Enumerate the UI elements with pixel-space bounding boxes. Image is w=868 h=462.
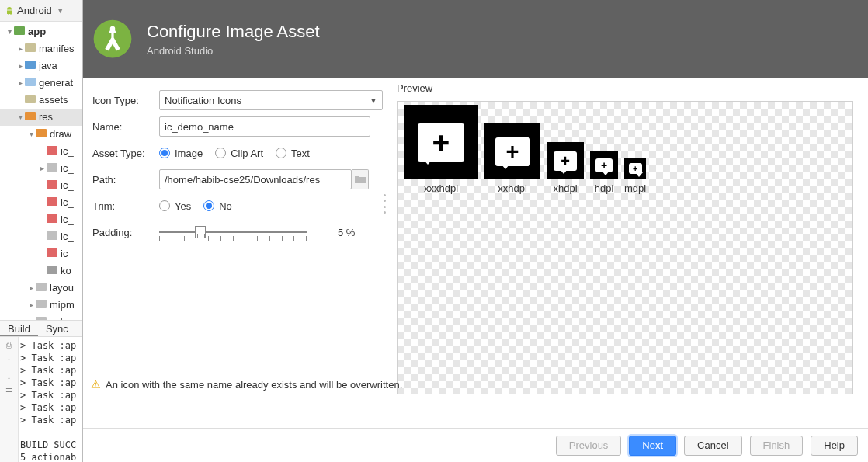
dialog-title: Configure Image Asset [147,22,320,42]
icon-type-label: Icon Type: [92,95,159,106]
tree-item-label: assets [39,92,68,109]
tree-item[interactable]: ▸manifes [0,40,82,57]
tab-build[interactable]: Build [0,321,38,336]
slider-thumb[interactable] [195,226,206,238]
tree-item-label: mipm [50,297,75,314]
tree-expand-icon[interactable]: ▸ [37,160,47,177]
trim-no-radio[interactable]: No [203,200,232,212]
tree-item[interactable]: ▸mipm [0,297,82,314]
folder-gray-icon [36,280,47,297]
tree-item[interactable]: ▸ic_ [0,160,82,177]
xml-icon [47,211,57,228]
plus-icon: + [506,141,519,163]
path-input[interactable] [159,169,352,189]
dialog-subtitle: Android Studio [147,45,320,57]
tree-item[interactable]: assets [0,92,82,109]
splitter-handle[interactable] [384,194,387,214]
tree-item-label: ko [61,262,71,280]
plus-icon: + [432,127,450,158]
preview-icon: + [404,105,478,179]
tree-expand-icon[interactable]: ▸ [16,40,25,57]
gutter-icon: ⎙ [0,337,18,353]
tree-item[interactable]: ▾draw [0,126,82,143]
icon-type-select[interactable]: Notification Icons ▼ [159,90,383,110]
tree-expand-icon[interactable]: ▸ [26,297,36,314]
asset-type-image-radio[interactable]: Image [159,148,203,159]
preview-item: +xxxhdpi [404,105,478,194]
folder-gray-icon [47,160,57,177]
tree-item-label: layou [50,280,74,297]
svg-rect-8 [47,163,57,172]
file-icon [47,262,57,280]
svg-rect-16 [36,300,47,308]
project-view-selector[interactable]: Android ▼ [0,0,82,22]
tree-expand-icon[interactable]: ▾ [16,109,25,126]
svg-rect-11 [47,214,57,223]
tree-expand-icon[interactable]: ▸ [16,75,25,92]
tree-item[interactable]: ic_ [0,211,82,228]
folder-gray-icon [36,297,47,314]
tree-item-label: ic_ [61,160,74,177]
help-button[interactable]: Help [811,436,858,456]
tree-item[interactable]: ▾res [0,109,82,126]
asset-type-text-radio[interactable]: Text [276,148,310,159]
plus-icon: + [601,160,607,171]
trim-label: Trim: [92,200,159,212]
name-input[interactable] [159,116,370,137]
tree-item-label: app [28,23,46,40]
tree-item[interactable]: ic_ [0,194,82,211]
folder-icon [25,40,36,57]
name-label: Name: [92,121,159,133]
xml-icon [47,245,57,262]
dialog-body: Icon Type: Notification Icons ▼ Name: As… [83,78,868,431]
svg-rect-6 [36,129,47,137]
finish-button[interactable]: Finish [750,436,804,456]
gutter-icon: ☰ [0,384,18,399]
tree-item[interactable]: ▸layou [0,280,82,297]
tree-item-label: ic_ [61,211,74,228]
xml-icon [47,177,57,194]
tab-sync[interactable]: Sync [38,321,76,336]
svg-rect-0 [14,26,25,35]
gutter-icon: ↓ [0,368,18,384]
android-icon [5,5,14,16]
browse-path-button[interactable] [352,169,369,189]
padding-slider[interactable] [159,223,314,241]
tree-expand-icon[interactable]: ▸ [16,57,25,75]
asset-type-clipart-radio[interactable]: Clip Art [215,148,263,159]
tree-item[interactable]: ic_ [0,245,82,262]
folder-orange-icon [25,109,36,126]
previous-button[interactable]: Previous [556,436,622,456]
tree-item-label: ic_ [61,228,74,245]
tree-item[interactable]: ▸java [0,57,82,75]
tree-item[interactable]: ▾app [0,23,82,40]
tree-item[interactable]: ic_ [0,228,82,245]
tree-item[interactable]: ko [0,262,82,280]
preview-icon: + [547,142,584,179]
folder-icon [25,92,36,109]
svg-rect-5 [25,112,36,120]
preview-density-label: hdpi [595,182,614,194]
padding-value: 5 % [338,227,355,238]
asset-type-label: Asset Type: [92,148,159,159]
tree-item-label: java [39,57,57,75]
project-tree[interactable]: ▾app▸manifes▸java▸generatassets▾res▾draw… [0,22,82,331]
dialog-header: Configure Image Asset Android Studio [83,0,868,78]
cancel-button[interactable]: Cancel [684,436,741,456]
svg-point-19 [110,26,116,32]
tree-item[interactable]: ic_ [0,177,82,194]
next-button[interactable]: Next [629,436,676,456]
svg-rect-12 [47,231,57,240]
tree-item[interactable]: ic_ [0,143,82,160]
tree-item-label: ic_ [61,245,74,262]
dialog-button-bar: Previous Next Cancel Finish Help [83,428,868,462]
trim-yes-radio[interactable]: Yes [159,200,191,212]
tree-expand-icon[interactable]: ▾ [26,126,36,143]
plus-icon: + [561,153,570,168]
tree-expand-icon[interactable]: ▸ [26,280,36,297]
folder-orange-icon [36,126,47,143]
preview-icon: + [624,158,646,179]
tree-item[interactable]: ▸generat [0,75,82,92]
tree-expand-icon[interactable]: ▾ [5,23,14,40]
preview-density-label: xhdpi [553,182,577,194]
